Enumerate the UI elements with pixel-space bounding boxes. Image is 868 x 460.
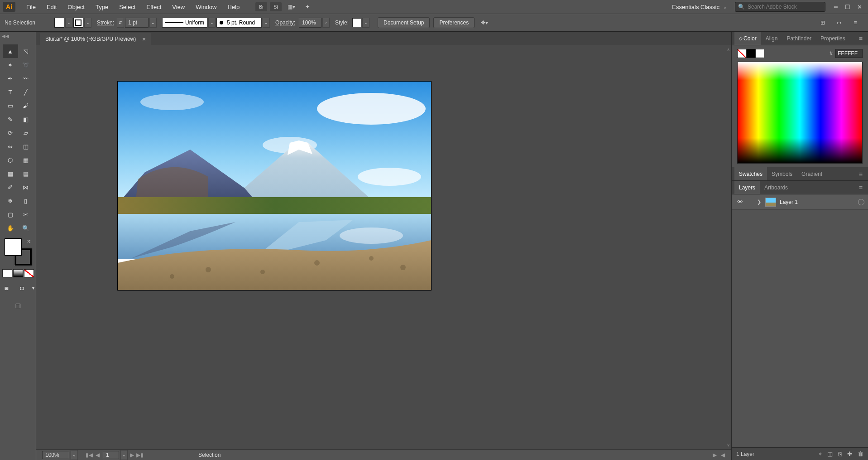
preferences-button[interactable]: Preferences xyxy=(433,17,475,28)
stock-chip[interactable]: St xyxy=(270,2,282,11)
first-artboard-icon[interactable]: ▮◀ xyxy=(85,452,93,458)
profile-drop[interactable]: ⌄ xyxy=(208,18,216,28)
artboard-number-field[interactable]: 1 xyxy=(103,451,119,459)
stroke-weight-field[interactable]: 1 pt xyxy=(125,18,149,28)
target-icon[interactable] xyxy=(858,199,864,205)
scroll-up-icon[interactable]: ∧ xyxy=(727,47,730,52)
tab-layers[interactable]: Layers xyxy=(734,181,760,194)
color-none-swatch[interactable] xyxy=(737,49,746,58)
stroke-swatch[interactable] xyxy=(73,18,83,28)
scale-tool[interactable]: ▱ xyxy=(18,126,34,140)
prev-artboard-icon[interactable]: ◀ xyxy=(93,452,101,458)
symbol-sprayer-tool[interactable]: ❄ xyxy=(3,194,18,208)
tab-align[interactable]: Align xyxy=(761,32,782,45)
menu-effect[interactable]: Effect xyxy=(141,0,167,14)
gradient-tool[interactable]: ▤ xyxy=(18,167,34,180)
menu-edit[interactable]: Edit xyxy=(41,0,62,14)
menu-help[interactable]: Help xyxy=(222,0,245,14)
fill-stroke-control[interactable]: ⤭ xyxy=(5,238,32,266)
draw-normal-icon[interactable]: ◙ xyxy=(0,281,14,295)
menu-type[interactable]: Type xyxy=(90,0,114,14)
menu-select[interactable]: Select xyxy=(114,0,141,14)
new-layer-icon[interactable]: ✚ xyxy=(847,450,852,458)
scroll-down-icon[interactable]: ∨ xyxy=(727,442,730,447)
perspective-grid-tool[interactable]: ▦ xyxy=(18,153,34,167)
bridge-chip[interactable]: Br xyxy=(255,2,267,11)
hand-tool[interactable]: ✋ xyxy=(3,221,18,235)
layer-row[interactable]: 👁 ❯ Layer 1 xyxy=(732,194,868,210)
color-panel-swatches[interactable] xyxy=(737,49,764,58)
swap-fill-stroke-icon[interactable]: ⤭ xyxy=(27,238,31,244)
magic-wand-tool[interactable]: ✶ xyxy=(3,58,18,72)
menu-window[interactable]: Window xyxy=(190,0,222,14)
placed-image[interactable] xyxy=(118,82,431,290)
arrange-documents-icon[interactable]: ▥▾ xyxy=(285,1,297,12)
rectangle-tool[interactable]: ▭ xyxy=(3,99,18,112)
search-stock-input[interactable]: 🔍 Search Adobe Stock xyxy=(735,2,825,12)
fill-color-box[interactable] xyxy=(5,238,22,256)
workspace-switcher[interactable]: Essentials Classic ⌄ xyxy=(668,4,730,10)
lasso-tool[interactable]: ➰ xyxy=(18,58,34,72)
eraser-tool[interactable]: ◧ xyxy=(18,112,34,126)
make-clipping-mask-icon[interactable]: ◫ xyxy=(827,450,833,458)
column-graph-tool[interactable]: ▯ xyxy=(18,194,34,208)
locate-object-icon[interactable]: ⌖ xyxy=(819,450,822,458)
stroke-label[interactable]: Stroke: xyxy=(97,19,114,26)
hex-input[interactable]: FFFFFF xyxy=(835,49,863,58)
blend-tool[interactable]: ⋈ xyxy=(18,180,34,194)
fill-dropdown[interactable]: ⌄ xyxy=(65,18,72,28)
zoom-tool[interactable]: 🔍 xyxy=(18,221,34,235)
direct-selection-tool[interactable]: ◹ xyxy=(18,44,34,58)
gpu-performance-icon[interactable]: ✦ xyxy=(301,1,314,12)
menu-file[interactable]: File xyxy=(21,0,41,14)
type-tool[interactable]: T xyxy=(3,85,18,99)
selection-tool[interactable]: ▲ xyxy=(3,44,18,58)
control-menu-icon[interactable]: ≡ xyxy=(849,17,862,28)
window-minimize[interactable]: ━ xyxy=(830,1,842,13)
hscroll-right-icon[interactable]: ▶ xyxy=(710,452,719,458)
line-segment-tool[interactable]: ╱ xyxy=(18,85,34,99)
artboard-drop[interactable]: ⌄ xyxy=(120,450,128,460)
shape-builder-tool[interactable]: ⬡ xyxy=(3,153,18,167)
window-close[interactable]: ✕ xyxy=(854,1,865,13)
tab-pathfinder[interactable]: Pathfinder xyxy=(782,32,816,45)
slice-tool[interactable]: ✂ xyxy=(18,208,34,221)
rotate-tool[interactable]: ⟳ xyxy=(3,126,18,140)
color-panel-menu-icon[interactable]: ≡ xyxy=(856,35,865,42)
document-tab[interactable]: Blur.ai* @ 100% (RGB/GPU Preview) × xyxy=(40,33,151,45)
tab-artboards[interactable]: Artboards xyxy=(760,181,792,194)
zoom-field[interactable]: 100% xyxy=(42,451,69,459)
transform-icon[interactable]: ✥▾ xyxy=(478,17,491,28)
canvas[interactable]: ∧ ∨ xyxy=(36,45,731,449)
style-swatch[interactable] xyxy=(352,18,361,27)
gradient-mode-button[interactable] xyxy=(13,269,23,277)
artboard-tool[interactable]: ▢ xyxy=(3,208,18,221)
layers-panel-menu-icon[interactable]: ≡ xyxy=(856,184,865,191)
color-spectrum[interactable] xyxy=(737,62,863,164)
width-tool[interactable]: ⇔ xyxy=(3,140,18,153)
menu-object[interactable]: Object xyxy=(62,0,90,14)
next-artboard-icon[interactable]: ▶ xyxy=(128,452,136,458)
opacity-field[interactable]: 100% xyxy=(299,18,321,28)
color-white-swatch[interactable] xyxy=(755,49,764,58)
tab-properties[interactable]: Properties xyxy=(816,32,850,45)
color-black-swatch[interactable] xyxy=(746,49,755,58)
hscroll-left-icon[interactable]: ◀ xyxy=(719,452,727,458)
swatches-panel-menu-icon[interactable]: ≡ xyxy=(856,170,865,178)
brush-definition[interactable]: 5 pt. Round xyxy=(216,18,262,28)
create-sublayer-icon[interactable]: ⎘ xyxy=(838,450,842,458)
variable-width-profile[interactable]: Uniform xyxy=(162,18,207,28)
opacity-label[interactable]: Opacity: xyxy=(275,19,295,26)
shaper-tool[interactable]: ✎ xyxy=(3,112,18,126)
window-maximize[interactable]: ☐ xyxy=(842,1,854,13)
zoom-drop[interactable]: ⌄ xyxy=(71,450,78,460)
fill-swatch[interactable] xyxy=(54,18,64,28)
mesh-tool[interactable]: ▦ xyxy=(3,167,18,180)
screen-mode-icon[interactable]: ❐ xyxy=(10,299,26,313)
disclosure-icon[interactable]: ❯ xyxy=(757,199,765,205)
artboard[interactable] xyxy=(118,82,431,290)
brush-drop[interactable]: ⌄ xyxy=(263,18,270,28)
delete-layer-icon[interactable]: 🗑 xyxy=(858,450,863,458)
last-artboard-icon[interactable]: ▶▮ xyxy=(136,452,144,458)
tab-symbols[interactable]: Symbols xyxy=(767,167,797,180)
